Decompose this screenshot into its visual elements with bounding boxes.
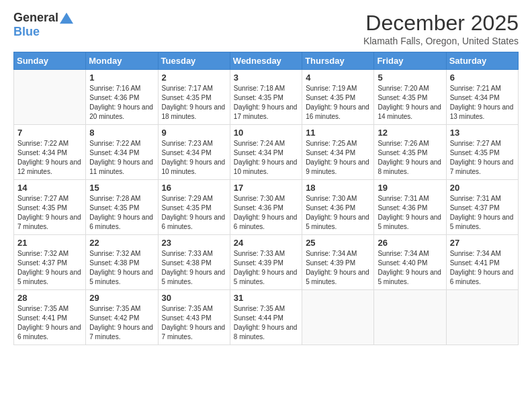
day-number: 3 [234,73,298,83]
day-info: Sunrise: 7:20 AMSunset: 4:35 PMDaylight:… [378,84,442,122]
day-info: Sunrise: 7:30 AMSunset: 4:36 PMDaylight:… [234,194,298,232]
day-cell: 14 Sunrise: 7:27 AMSunset: 4:35 PMDaylig… [14,180,86,235]
week-row-4: 28 Sunrise: 7:35 AMSunset: 4:41 PMDaylig… [14,290,519,345]
day-cell: 20 Sunrise: 7:31 AMSunset: 4:37 PMDaylig… [446,180,518,235]
day-number: 11 [306,128,370,138]
day-cell: 10 Sunrise: 7:24 AMSunset: 4:34 PMDaylig… [230,125,302,180]
day-info: Sunrise: 7:34 AMSunset: 4:41 PMDaylight:… [450,249,515,287]
day-cell: 27 Sunrise: 7:34 AMSunset: 4:41 PMDaylig… [446,235,518,290]
day-cell: 8 Sunrise: 7:22 AMSunset: 4:34 PMDayligh… [86,125,158,180]
day-cell: 2 Sunrise: 7:17 AMSunset: 4:35 PMDayligh… [158,70,230,125]
day-number: 14 [17,183,82,193]
day-number: 24 [234,238,298,248]
day-number: 6 [450,73,515,83]
day-info: Sunrise: 7:32 AMSunset: 4:37 PMDaylight:… [17,249,82,287]
day-number: 2 [162,73,226,83]
day-cell: 5 Sunrise: 7:20 AMSunset: 4:35 PMDayligh… [374,70,446,125]
day-cell: 26 Sunrise: 7:34 AMSunset: 4:40 PMDaylig… [374,235,446,290]
col-wednesday: Wednesday [230,52,302,70]
day-info: Sunrise: 7:25 AMSunset: 4:34 PMDaylight:… [306,139,370,177]
day-cell: 7 Sunrise: 7:22 AMSunset: 4:34 PMDayligh… [14,125,86,180]
month-title: December 2025 [363,11,519,36]
day-info: Sunrise: 7:33 AMSunset: 4:38 PMDaylight:… [162,249,226,287]
day-cell [302,290,374,345]
logo-icon [60,12,73,24]
day-number: 8 [89,128,154,138]
day-info: Sunrise: 7:27 AMSunset: 4:35 PMDaylight:… [17,194,82,232]
day-info: Sunrise: 7:31 AMSunset: 4:36 PMDaylight:… [378,194,442,232]
day-number: 17 [234,183,298,193]
day-cell: 31 Sunrise: 7:35 AMSunset: 4:44 PMDaylig… [230,290,302,345]
day-info: Sunrise: 7:16 AMSunset: 4:36 PMDaylight:… [89,84,154,122]
day-number: 31 [234,293,298,303]
day-cell: 21 Sunrise: 7:32 AMSunset: 4:37 PMDaylig… [14,235,86,290]
day-info: Sunrise: 7:21 AMSunset: 4:34 PMDaylight:… [450,84,515,122]
day-number: 13 [450,128,515,138]
day-number: 26 [378,238,442,248]
day-cell [374,290,446,345]
calendar-table: Sunday Monday Tuesday Wednesday Thursday… [13,52,519,345]
day-cell [14,70,86,125]
day-number: 19 [378,183,442,193]
day-info: Sunrise: 7:17 AMSunset: 4:35 PMDaylight:… [162,84,226,122]
day-cell: 9 Sunrise: 7:23 AMSunset: 4:34 PMDayligh… [158,125,230,180]
week-row-0: 1 Sunrise: 7:16 AMSunset: 4:36 PMDayligh… [14,70,519,125]
day-info: Sunrise: 7:22 AMSunset: 4:34 PMDaylight:… [89,139,154,177]
day-cell: 18 Sunrise: 7:30 AMSunset: 4:36 PMDaylig… [302,180,374,235]
day-info: Sunrise: 7:35 AMSunset: 4:41 PMDaylight:… [17,304,82,342]
day-number: 21 [17,238,82,248]
day-info: Sunrise: 7:27 AMSunset: 4:35 PMDaylight:… [450,139,515,177]
week-row-3: 21 Sunrise: 7:32 AMSunset: 4:37 PMDaylig… [14,235,519,290]
title-section: December 2025 Klamath Falls, Oregon, Uni… [363,11,519,46]
day-cell: 13 Sunrise: 7:27 AMSunset: 4:35 PMDaylig… [446,125,518,180]
day-info: Sunrise: 7:34 AMSunset: 4:39 PMDaylight:… [306,249,370,287]
svg-marker-0 [60,12,73,23]
day-cell: 29 Sunrise: 7:35 AMSunset: 4:42 PMDaylig… [86,290,158,345]
day-number: 1 [89,73,154,83]
col-monday: Monday [86,52,158,70]
day-number: 20 [450,183,515,193]
day-cell: 24 Sunrise: 7:33 AMSunset: 4:39 PMDaylig… [230,235,302,290]
day-cell: 11 Sunrise: 7:25 AMSunset: 4:34 PMDaylig… [302,125,374,180]
week-row-1: 7 Sunrise: 7:22 AMSunset: 4:34 PMDayligh… [14,125,519,180]
day-cell: 6 Sunrise: 7:21 AMSunset: 4:34 PMDayligh… [446,70,518,125]
day-number: 22 [89,238,154,248]
col-tuesday: Tuesday [158,52,230,70]
day-cell: 28 Sunrise: 7:35 AMSunset: 4:41 PMDaylig… [14,290,86,345]
day-number: 9 [162,128,226,138]
day-cell: 3 Sunrise: 7:18 AMSunset: 4:35 PMDayligh… [230,70,302,125]
day-cell: 4 Sunrise: 7:19 AMSunset: 4:35 PMDayligh… [302,70,374,125]
col-thursday: Thursday [302,52,374,70]
day-info: Sunrise: 7:19 AMSunset: 4:35 PMDaylight:… [306,84,370,122]
logo-blue: Blue [13,25,40,39]
col-friday: Friday [374,52,446,70]
day-cell: 22 Sunrise: 7:32 AMSunset: 4:38 PMDaylig… [86,235,158,290]
day-number: 28 [17,293,82,303]
week-row-2: 14 Sunrise: 7:27 AMSunset: 4:35 PMDaylig… [14,180,519,235]
day-number: 10 [234,128,298,138]
day-cell: 15 Sunrise: 7:28 AMSunset: 4:35 PMDaylig… [86,180,158,235]
day-cell [446,290,518,345]
day-info: Sunrise: 7:31 AMSunset: 4:37 PMDaylight:… [450,194,515,232]
day-cell: 16 Sunrise: 7:29 AMSunset: 4:35 PMDaylig… [158,180,230,235]
day-number: 16 [162,183,226,193]
day-info: Sunrise: 7:22 AMSunset: 4:34 PMDaylight:… [17,139,82,177]
day-info: Sunrise: 7:23 AMSunset: 4:34 PMDaylight:… [162,139,226,177]
logo: General Blue [13,11,73,39]
day-cell: 25 Sunrise: 7:34 AMSunset: 4:39 PMDaylig… [302,235,374,290]
header-row: Sunday Monday Tuesday Wednesday Thursday… [14,52,519,70]
day-number: 18 [306,183,370,193]
day-info: Sunrise: 7:26 AMSunset: 4:35 PMDaylight:… [378,139,442,177]
day-cell: 17 Sunrise: 7:30 AMSunset: 4:36 PMDaylig… [230,180,302,235]
day-number: 15 [89,183,154,193]
col-saturday: Saturday [446,52,518,70]
day-cell: 19 Sunrise: 7:31 AMSunset: 4:36 PMDaylig… [374,180,446,235]
day-info: Sunrise: 7:30 AMSunset: 4:36 PMDaylight:… [306,194,370,232]
day-number: 25 [306,238,370,248]
day-number: 29 [89,293,154,303]
col-sunday: Sunday [14,52,86,70]
day-info: Sunrise: 7:32 AMSunset: 4:38 PMDaylight:… [89,249,154,287]
day-cell: 12 Sunrise: 7:26 AMSunset: 4:35 PMDaylig… [374,125,446,180]
day-number: 5 [378,73,442,83]
day-info: Sunrise: 7:24 AMSunset: 4:34 PMDaylight:… [234,139,298,177]
